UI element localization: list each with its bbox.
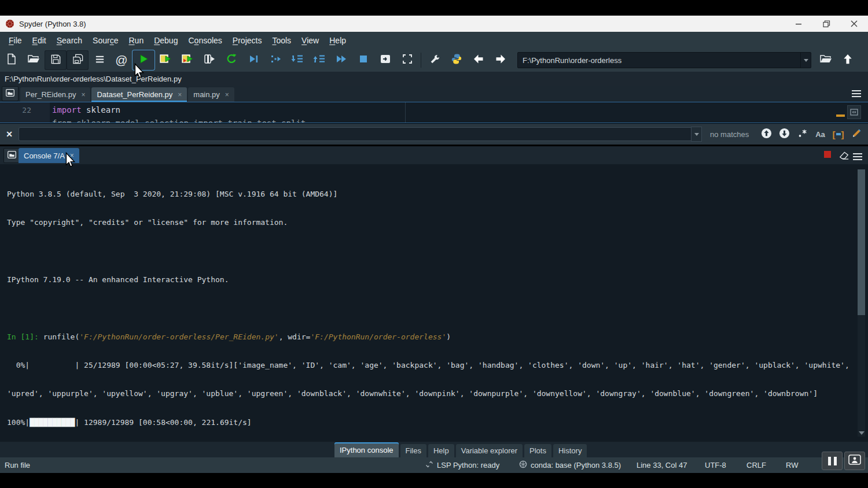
run-file-button[interactable] xyxy=(133,50,155,70)
find-input[interactable] xyxy=(19,127,692,141)
tab-ipython-console[interactable]: IPython console xyxy=(334,442,399,457)
code-editor[interactable]: 22 import sklearn from sklearn.model_sel… xyxy=(0,102,868,123)
forward-button[interactable] xyxy=(490,50,512,70)
scrollbar-thumb[interactable] xyxy=(858,169,865,315)
whole-words-toggle[interactable]: [] xyxy=(829,127,847,142)
run-cell-button[interactable] xyxy=(155,50,176,70)
close-icon[interactable]: × xyxy=(70,151,74,160)
expand-icon xyxy=(402,53,413,67)
statusbar: Run file LSP Python: ready conda: base (… xyxy=(0,457,868,473)
stop-button[interactable] xyxy=(352,50,374,70)
step-over-button[interactable] xyxy=(264,50,286,70)
run-selection-icon xyxy=(203,53,216,67)
console-scrollbar[interactable] xyxy=(858,169,865,437)
parent-dir-button[interactable] xyxy=(837,50,859,70)
editor-options-button[interactable] xyxy=(849,88,863,99)
arrow-down-circle-icon xyxy=(779,128,790,141)
regex-toggle-button[interactable] xyxy=(793,127,811,142)
open-file-button[interactable] xyxy=(23,50,45,70)
find-next-button[interactable] xyxy=(775,127,793,142)
step-over-icon xyxy=(270,53,281,67)
tab-history[interactable]: History xyxy=(553,444,587,457)
step-into-button[interactable] xyxy=(286,50,308,70)
eraser-icon xyxy=(838,150,849,162)
save-button[interactable] xyxy=(45,50,67,70)
editor-tab-per-reiden[interactable]: Per_REiden.py× xyxy=(20,87,90,102)
case-sensitive-toggle[interactable]: Aa xyxy=(811,127,829,142)
menu-item-search[interactable]: Search xyxy=(52,34,87,47)
rerun-icon xyxy=(226,53,237,67)
menu-item-debug[interactable]: Debug xyxy=(149,34,183,47)
console-output[interactable]: Python 3.8.5 (default, Sep 3 2020, 21:29… xyxy=(0,164,868,448)
find-close-button[interactable]: ✕ xyxy=(2,127,16,141)
run-selection-button[interactable] xyxy=(198,50,220,70)
menu-item-run[interactable]: Run xyxy=(123,34,149,47)
run-cell-advance-button[interactable] xyxy=(176,50,198,70)
console-browse-tabs-button[interactable] xyxy=(3,148,20,163)
main-toolbar: @ F:\PythonRun\order-orderless xyxy=(0,49,868,72)
new-window-button[interactable] xyxy=(374,50,396,70)
new-file-button[interactable] xyxy=(1,50,23,70)
console-options-button[interactable] xyxy=(851,151,865,162)
overlay-webcam-button[interactable] xyxy=(844,452,865,470)
editor-tabbar: Per_REiden.py× Dataset_PerReiden.py× mai… xyxy=(0,86,868,102)
overlay-pause-button[interactable] xyxy=(822,452,843,470)
debug-play-icon xyxy=(248,53,259,67)
tab-plots[interactable]: Plots xyxy=(524,444,551,457)
breadcrumb-path: F:\PythonRun\order-orderless\Dataset_Per… xyxy=(5,75,182,83)
close-icon[interactable]: × xyxy=(81,91,85,99)
console-line xyxy=(7,247,868,256)
menu-item-source[interactable]: Source xyxy=(87,34,123,47)
browse-workdir-button[interactable] xyxy=(815,50,837,70)
back-button[interactable] xyxy=(468,50,490,70)
console-tab[interactable]: Console 7/A× xyxy=(19,148,79,163)
preferences-button[interactable] xyxy=(424,50,446,70)
menu-item-edit[interactable]: Edit xyxy=(27,34,52,47)
workdir-dropdown-button[interactable] xyxy=(800,53,811,68)
highlight-matches-toggle[interactable] xyxy=(847,127,865,142)
menu-item-tools[interactable]: Tools xyxy=(267,34,296,47)
open-folder-icon xyxy=(27,53,40,67)
find-history-dropdown[interactable] xyxy=(691,127,702,142)
editor-browse-tabs-button[interactable] xyxy=(2,86,19,101)
find-previous-button[interactable] xyxy=(757,127,775,142)
file-switcher-button[interactable] xyxy=(89,50,111,70)
menu-item-file[interactable]: File xyxy=(3,34,27,47)
tab-files[interactable]: Files xyxy=(400,444,426,457)
console-in1-line: In [1]: runfile('F:/PythonRun/order-orde… xyxy=(7,332,868,342)
scroll-down-icon[interactable] xyxy=(859,431,865,435)
symbol-finder-button[interactable]: @ xyxy=(111,50,133,70)
editor-split-button[interactable] xyxy=(847,105,861,119)
save-all-button[interactable] xyxy=(67,50,89,70)
menu-item-consoles[interactable]: Consoles xyxy=(183,34,227,47)
debug-file-button[interactable] xyxy=(242,50,264,70)
tab-help[interactable]: Help xyxy=(428,444,454,457)
editor-tab-main[interactable]: main.py× xyxy=(188,87,234,102)
spyder-logo-icon xyxy=(5,19,14,28)
minimize-button[interactable] xyxy=(785,16,812,32)
close-icon[interactable]: × xyxy=(225,91,229,99)
conda-env-icon xyxy=(519,460,527,470)
partial-code-line: from sklearn.model_selection import trai… xyxy=(52,119,306,123)
step-out-button[interactable] xyxy=(308,50,330,70)
pythonpath-button[interactable] xyxy=(446,50,468,70)
restore-button[interactable] xyxy=(812,16,840,32)
console-tabbar: Console 7/A× xyxy=(0,146,868,164)
encoding-status: UTF-8 xyxy=(705,457,726,473)
rerun-cell-button[interactable] xyxy=(220,50,242,70)
menu-item-projects[interactable]: Projects xyxy=(227,34,267,47)
menu-item-help[interactable]: Help xyxy=(324,34,351,47)
chevron-down-icon xyxy=(694,133,699,136)
interrupt-kernel-button[interactable] xyxy=(821,149,834,162)
menu-item-view[interactable]: View xyxy=(296,34,324,47)
tab-variable-explorer[interactable]: Variable explorer xyxy=(456,444,523,457)
close-button[interactable] xyxy=(840,16,868,32)
continue-button[interactable] xyxy=(330,50,352,70)
editor-tab-dataset-perreiden[interactable]: Dataset_PerReiden.py× xyxy=(91,87,187,102)
up-arrow-icon xyxy=(842,53,854,68)
clear-console-button[interactable] xyxy=(837,149,851,162)
conda-status: conda: base (Python 3.8.5) xyxy=(519,457,621,473)
workdir-combobox[interactable]: F:\PythonRun\order-orderless xyxy=(517,52,811,68)
close-icon[interactable]: × xyxy=(178,91,182,99)
maximize-pane-button[interactable] xyxy=(396,50,418,70)
